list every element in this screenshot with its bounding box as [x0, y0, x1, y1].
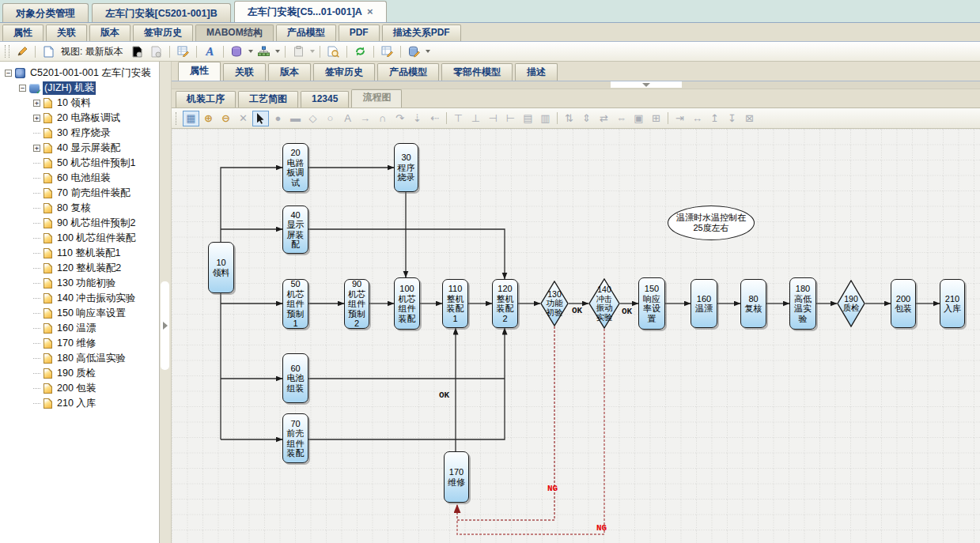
doc-tab-3[interactable]: 版本	[89, 25, 131, 41]
ellipse-outline-icon[interactable]: ○	[322, 111, 339, 126]
window-tab-1[interactable]: 对象分类管理	[2, 3, 89, 22]
tree-item[interactable]: +10 领料	[0, 96, 159, 111]
zoom-out-icon[interactable]: ⊖	[218, 111, 234, 126]
flow-node-150[interactable]: 150响应率设置	[638, 277, 665, 330]
tree-item[interactable]: 150 响应率设置	[0, 306, 159, 321]
edit-pencil-icon[interactable]	[13, 44, 30, 59]
check-out-icon[interactable]	[148, 44, 165, 59]
tree-item[interactable]: +40 显示屏装配	[0, 141, 159, 156]
distribute-h-icon[interactable]: ▤	[520, 111, 536, 126]
tree-item[interactable]: 60 电池组装	[0, 171, 159, 186]
flow-node-70[interactable]: 70前壳组件装配	[282, 413, 308, 463]
cursor-icon[interactable]	[252, 111, 269, 126]
database-icon[interactable]	[229, 44, 245, 59]
fit-icon[interactable]: ⊠	[741, 111, 758, 126]
check-in-icon[interactable]	[129, 44, 146, 59]
tab-close-icon[interactable]: ×	[367, 7, 373, 17]
dropdown-caret-icon[interactable]	[426, 50, 430, 53]
align-bottom-icon[interactable]: ⊥	[467, 111, 484, 126]
tree-item[interactable]: 140 冲击振动实验	[0, 291, 159, 306]
new-document-icon[interactable]	[40, 44, 57, 59]
tree-item[interactable]: 30 程序烧录	[0, 126, 159, 141]
flow-node-80[interactable]: 80复核	[740, 279, 766, 328]
flowchart-canvas[interactable]: 10领料20电路板调试30程序烧录40显示屏装配50机芯组件预制190机芯组件预…	[172, 129, 980, 543]
tree-item[interactable]: 90 机芯组件预制2	[0, 216, 159, 231]
object-tab-3[interactable]: 版本	[268, 63, 311, 81]
flow-node-110[interactable]: 110整机装配1	[442, 279, 468, 328]
flow-decision-190[interactable]: 190质检	[837, 280, 865, 327]
tree-item[interactable]: +20 电路板调试	[0, 111, 159, 126]
space-horizontal-icon[interactable]: ⇄	[596, 111, 612, 126]
ellipse-solid-icon[interactable]: ●	[270, 111, 286, 126]
flow-node-50[interactable]: 50机芯组件预制1	[282, 279, 308, 329]
flow-decision-140[interactable]: 140冲击振动实验	[588, 278, 620, 329]
flow-node-30[interactable]: 30程序烧录	[394, 143, 418, 192]
object-tab-6[interactable]: 零部件模型	[441, 63, 513, 81]
straight-arrow-icon[interactable]: →	[357, 111, 373, 126]
tree-item[interactable]: 110 整机装配1	[0, 246, 159, 261]
dropdown-caret-icon[interactable]	[275, 50, 280, 53]
refresh-icon[interactable]	[352, 44, 369, 59]
view-tab-2[interactable]: 工艺简图	[238, 91, 298, 107]
window-tab-2[interactable]: 左车门安装[C5201-001]B	[92, 3, 231, 22]
object-tab-5[interactable]: 产品模型	[377, 63, 439, 81]
doc-tab-2[interactable]: 关联	[46, 25, 87, 41]
tree-item[interactable]: 210 入库	[0, 396, 159, 411]
shrink-height-icon[interactable]: ↥	[706, 111, 723, 126]
edit-properties-icon[interactable]	[379, 44, 395, 59]
left-arrow-icon[interactable]: ⇠	[426, 111, 443, 126]
splitter-collapse-handle[interactable]	[161, 281, 169, 370]
tree-group[interactable]: − (JIZH) 机装	[0, 81, 159, 96]
flow-node-20[interactable]: 20电路板调试	[282, 143, 308, 192]
zoom-in-icon[interactable]: ⊕	[200, 111, 217, 126]
same-height-icon[interactable]: ↧	[724, 111, 740, 126]
structure-icon[interactable]	[255, 44, 272, 59]
flow-decision-130[interactable]: 130功能初验	[540, 281, 569, 326]
splitter-collapse-handle[interactable]	[611, 81, 682, 88]
u-arrow-icon[interactable]: ∩	[374, 111, 391, 126]
edit-table-icon[interactable]	[175, 44, 191, 59]
doc-tab-8[interactable]: 描述关系PDF	[382, 25, 461, 41]
view-tab-1[interactable]: 机装工序	[176, 91, 236, 107]
flow-node-210[interactable]: 210入库	[940, 279, 965, 328]
equal-horizontal-icon[interactable]: ⇔	[613, 111, 630, 126]
center-icon[interactable]: ▣	[630, 111, 647, 126]
vertical-splitter[interactable]	[160, 62, 172, 543]
align-top-icon[interactable]: ⊤	[450, 111, 467, 126]
flow-node-60[interactable]: 60电池组装	[282, 353, 308, 403]
dropdown-caret-icon[interactable]	[310, 50, 315, 53]
font-icon[interactable]: A	[202, 44, 218, 59]
delete-icon[interactable]: ✕	[235, 111, 252, 126]
text-icon[interactable]: A	[339, 111, 356, 126]
distribute-v-icon[interactable]: ▥	[537, 111, 554, 126]
collapse-icon[interactable]: −	[5, 70, 12, 77]
doc-tab-4[interactable]: 签审历史	[133, 25, 193, 41]
object-tab-4[interactable]: 签审历史	[313, 63, 375, 81]
expand-icon[interactable]: +	[33, 115, 40, 122]
align-right-icon[interactable]: ⊢	[502, 111, 519, 126]
diamond-icon[interactable]: ◇	[305, 111, 321, 126]
down-arrow-icon[interactable]: ⇣	[409, 111, 426, 126]
object-tab-2[interactable]: 关联	[223, 63, 266, 81]
shrink-width-icon[interactable]: ⇥	[672, 111, 688, 126]
horizontal-splitter[interactable]	[172, 81, 980, 89]
tree-item[interactable]: 160 温漂	[0, 321, 159, 336]
tree-item[interactable]: 130 功能初验	[0, 276, 159, 291]
object-tab-1[interactable]: 属性	[178, 62, 221, 81]
tree-item[interactable]: 70 前壳组件装配	[0, 186, 159, 201]
flow-node-90[interactable]: 90机芯组件预制2	[344, 279, 369, 329]
tree-item[interactable]: 100 机芯组件装配	[0, 231, 159, 246]
doc-tab-6[interactable]: 产品模型	[276, 25, 336, 41]
flow-node-160[interactable]: 160温漂	[691, 279, 717, 328]
flow-node-100[interactable]: 100机芯组件装配	[394, 277, 420, 330]
object-tab-7[interactable]: 描述	[515, 63, 558, 81]
collapse-icon[interactable]: −	[19, 85, 26, 92]
same-width-icon[interactable]: ↔	[689, 111, 706, 126]
tree-item[interactable]: 80 复核	[0, 201, 159, 216]
tree-root[interactable]: − C5201-001-001 左车门安装	[0, 66, 159, 81]
equal-vertical-icon[interactable]: ⇕	[578, 111, 595, 126]
flow-node-170[interactable]: 170维修	[444, 451, 469, 503]
doc-tab-1[interactable]: 属性	[2, 25, 44, 41]
expand-icon[interactable]: +	[33, 100, 40, 107]
tree-item[interactable]: 120 整机装配2	[0, 261, 159, 276]
